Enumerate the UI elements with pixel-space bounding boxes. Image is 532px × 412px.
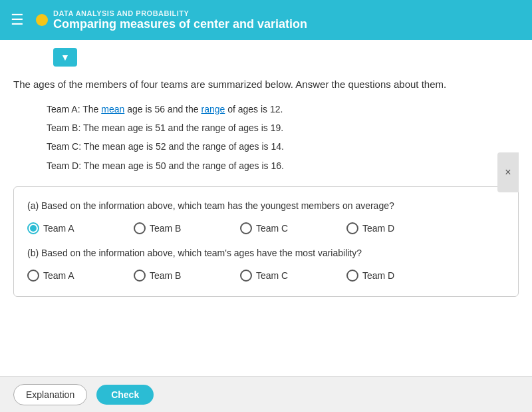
radio-a-team-c[interactable]: Team C [240,222,346,234]
radio-b-team-b[interactable]: Team B [134,270,240,282]
radio-b-team-a[interactable]: Team A [27,270,134,282]
question-b-text: (b) Based on the information above, whic… [27,246,505,260]
radio-label-b-d: Team D [362,270,394,281]
side-close-button[interactable]: × [497,152,519,192]
radio-a-team-a[interactable]: Team A [27,222,134,234]
mean-link[interactable]: mean [101,104,124,114]
team-a-info: Team A: The mean age is 56 and the range… [47,102,519,116]
hamburger-icon[interactable]: ☰ [11,11,24,29]
explanation-button[interactable]: Explanation [13,384,87,405]
radio-b-team-d[interactable]: Team D [346,270,453,282]
team-c-info: Team C: The mean age is 52 and the range… [47,139,519,154]
question-box: (a) Based on the information above, whic… [13,186,519,297]
footer: Explanation Check [0,376,532,412]
check-button[interactable]: Check [96,385,154,405]
radio-label-b-c: Team C [256,270,288,281]
main-content: ▼ The ages of the members of four teams … [0,40,532,376]
radio-label-b-a: Team A [43,270,74,281]
app-header: ☰ DATA ANALYSIS AND PROBABILITY Comparin… [0,0,532,40]
radio-circle-b-c [240,270,252,282]
radio-label-a-c: Team C [256,223,288,234]
problem-statement: The ages of the members of four teams ar… [13,77,519,93]
radio-circle-a-d [346,222,358,234]
question-a-text: (a) Based on the information above, whic… [27,199,505,213]
team-b-info: Team B: The mean age is 51 and the range… [47,120,519,135]
radio-label-a-d: Team D [362,223,394,234]
radio-label-a-b: Team B [150,223,181,234]
range-link[interactable]: range [201,104,225,114]
radio-circle-b-b [134,270,146,282]
question-a-options: Team A Team B Team C Team D [27,222,505,234]
radio-circle-b-a [27,270,39,282]
radio-circle-a-a [27,222,39,234]
header-text: DATA ANALYSIS AND PROBABILITY Comparing … [53,9,307,31]
team-d-info: Team D: The mean age is 50 and the range… [47,158,519,173]
radio-circle-b-d [346,270,358,282]
radio-circle-a-c [240,222,252,234]
radio-b-team-c[interactable]: Team C [240,270,346,282]
question-b-options: Team A Team B Team C Team D [27,270,505,282]
radio-circle-a-b [134,222,146,234]
header-subtitle: DATA ANALYSIS AND PROBABILITY [53,9,307,17]
radio-a-team-d[interactable]: Team D [346,222,453,234]
question-b-container: (b) Based on the information above, whic… [27,246,505,282]
logo-icon [36,14,48,26]
radio-label-b-b: Team B [150,270,181,281]
header-title: Comparing measures of center and variati… [53,17,307,31]
close-icon: × [505,166,511,178]
dropdown-button[interactable]: ▼ [53,48,77,67]
radio-label-a-a: Team A [43,223,74,234]
radio-a-team-b[interactable]: Team B [134,222,240,234]
